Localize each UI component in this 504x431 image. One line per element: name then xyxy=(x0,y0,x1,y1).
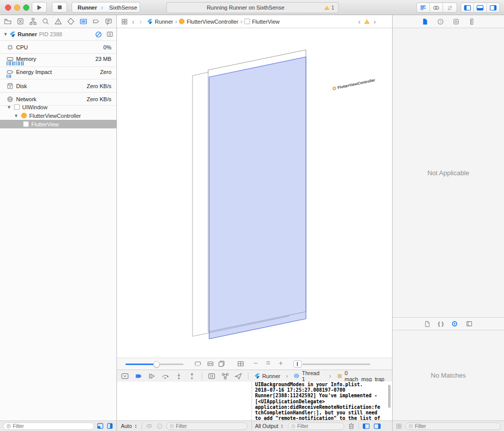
navigator-filter-input[interactable] xyxy=(13,423,91,429)
library-filter-input[interactable] xyxy=(415,423,498,429)
go-back-button[interactable]: ‹ xyxy=(132,18,135,25)
debug-crumb-frame[interactable]: 0 mach_msg_trap xyxy=(337,370,388,382)
issue-badge[interactable]: 1 xyxy=(324,5,338,11)
tree-row-flutterviewcontroller[interactable]: ▼ FlutterViewController xyxy=(0,111,116,120)
show-view-frames-icon[interactable] xyxy=(218,360,225,368)
console-filter-field[interactable] xyxy=(288,422,344,430)
hide-debug-area-icon[interactable] xyxy=(121,372,129,380)
tree-row-uiwindow[interactable]: ▼ UIWindow xyxy=(0,103,116,111)
symbol-icon xyxy=(29,18,37,25)
test-diamond-icon xyxy=(67,18,75,25)
tab-media-library[interactable] xyxy=(466,320,473,327)
view-hierarchy-icon[interactable] xyxy=(106,31,113,38)
variables-filter-input[interactable] xyxy=(176,423,244,429)
spacing-slider-knob[interactable] xyxy=(153,361,160,368)
separator xyxy=(358,422,359,429)
tab-debug-navigator[interactable] xyxy=(80,18,87,25)
layer-flutterview-selected[interactable] xyxy=(209,57,306,339)
tab-issue-navigator[interactable] xyxy=(54,18,62,25)
decrease-range-button[interactable]: − xyxy=(254,359,258,367)
process-row[interactable]: ▼ Runner PID 2388 xyxy=(0,28,116,41)
tab-breakpoint-navigator[interactable] xyxy=(92,18,100,25)
tab-source-control-navigator[interactable] xyxy=(17,18,24,25)
gauge-row-energy[interactable]: Energy Impact Zero xyxy=(0,67,116,80)
standard-editor-button[interactable] xyxy=(417,3,430,12)
version-editor-button[interactable] xyxy=(443,3,456,12)
tab-project-navigator[interactable] xyxy=(4,18,12,25)
step-out-icon[interactable] xyxy=(188,372,196,380)
related-items-button[interactable] xyxy=(121,18,128,25)
reset-range-button[interactable]: = xyxy=(266,359,270,367)
tree-row-flutterview-selected[interactable]: FlutterView xyxy=(0,120,116,128)
tab-file-inspector[interactable] xyxy=(421,18,428,25)
variables-view[interactable] xyxy=(117,382,251,420)
jumpbar-crumb-runner[interactable]: Runner xyxy=(147,19,173,25)
breakpoints-enabled-icon[interactable] xyxy=(135,372,143,380)
toggle-inspector-button[interactable] xyxy=(487,3,499,12)
console-scrollbar[interactable] xyxy=(388,385,391,408)
memory-graph-icon[interactable] xyxy=(221,372,229,380)
debug-crumb-thread[interactable]: Thread 1 xyxy=(293,370,324,382)
zoom-window-button[interactable] xyxy=(23,5,29,11)
variables-scope-popup[interactable]: Auto xyxy=(121,423,138,429)
debug-view-hierarchy-icon[interactable] xyxy=(208,372,216,380)
close-window-button[interactable] xyxy=(5,5,11,11)
orient-to-2d-icon[interactable] xyxy=(237,360,244,368)
tab-object-inspector[interactable] xyxy=(453,18,460,25)
grid-icon[interactable] xyxy=(396,423,402,429)
console-output-popup[interactable]: All Output xyxy=(255,423,284,429)
navigator-filter-field[interactable] xyxy=(3,422,94,430)
quicklook-eye-icon[interactable] xyxy=(146,422,153,429)
info-icon[interactable] xyxy=(156,423,163,429)
library-filter-field[interactable] xyxy=(405,422,501,430)
jumpbar-crumb-controller[interactable]: FlutterViewController xyxy=(179,19,238,25)
go-forward-button[interactable]: › xyxy=(140,18,142,25)
disclosure-triangle[interactable]: ▼ xyxy=(3,32,8,37)
tab-report-navigator[interactable] xyxy=(105,18,112,25)
range-slider-track[interactable] xyxy=(302,364,370,365)
tab-object-library-selected[interactable] xyxy=(451,320,458,327)
disclosure-triangle[interactable]: ▼ xyxy=(7,105,12,110)
stop-button[interactable] xyxy=(52,2,67,13)
gauge-row-memory[interactable]: Memory 23 MB xyxy=(0,54,116,67)
gauge-row-cpu[interactable]: CPU 0% xyxy=(0,41,116,54)
tab-test-navigator[interactable] xyxy=(67,18,75,25)
variables-filter-field[interactable] xyxy=(166,422,247,430)
step-into-icon[interactable] xyxy=(175,372,183,380)
toggle-debug-area-button[interactable] xyxy=(474,3,486,12)
toggle-navigator-button[interactable] xyxy=(461,3,474,12)
debug-panel-icon xyxy=(476,4,484,12)
debug-crumb-process[interactable]: Runner xyxy=(254,373,280,379)
scheme-selector[interactable]: Runner › SixthSense xyxy=(72,2,140,13)
gauge-row-disk[interactable]: Disk Zero KB/s xyxy=(0,80,116,93)
pause-debugger-icon[interactable] xyxy=(95,31,102,38)
run-button[interactable] xyxy=(32,2,47,13)
minimize-window-button[interactable] xyxy=(14,5,20,11)
tab-code-snippet-library[interactable]: { } xyxy=(438,321,444,327)
tab-quick-help-inspector[interactable] xyxy=(437,18,444,25)
step-over-icon[interactable] xyxy=(161,372,169,380)
console-filter-input[interactable] xyxy=(297,423,341,429)
disclosure-triangle[interactable]: ▼ xyxy=(14,113,19,118)
tab-file-template-library[interactable] xyxy=(424,320,430,327)
increase-range-button[interactable]: + xyxy=(279,359,283,367)
previous-issue-button[interactable]: ‹ xyxy=(358,18,361,25)
console-output[interactable]: UIBackgroundModes in your Info.plist. 20… xyxy=(251,382,392,420)
tab-size-inspector[interactable] xyxy=(468,18,475,25)
show-variables-pane-icon[interactable] xyxy=(362,422,370,430)
simulate-location-icon[interactable] xyxy=(234,372,242,380)
clear-console-trash-icon[interactable] xyxy=(348,422,355,429)
show-constraints-icon[interactable] xyxy=(207,360,214,368)
jumpbar-crumb-view[interactable]: FlutterView xyxy=(244,19,280,25)
view-debugger-canvas[interactable]: FlutterViewController xyxy=(117,28,392,357)
show-clipped-views-toggle-icon[interactable] xyxy=(97,422,104,429)
assistant-editor-button[interactable] xyxy=(430,3,443,12)
show-console-pane-icon[interactable] xyxy=(373,422,381,430)
continue-execution-icon[interactable] xyxy=(148,372,156,380)
tab-symbol-navigator[interactable] xyxy=(29,18,37,25)
show-clipped-content-icon[interactable] xyxy=(194,360,202,368)
show-constraints-toggle-icon[interactable] xyxy=(106,422,113,429)
warning-icon[interactable] xyxy=(364,19,370,25)
tab-find-navigator[interactable] xyxy=(42,18,49,25)
next-issue-button[interactable]: › xyxy=(373,18,376,25)
